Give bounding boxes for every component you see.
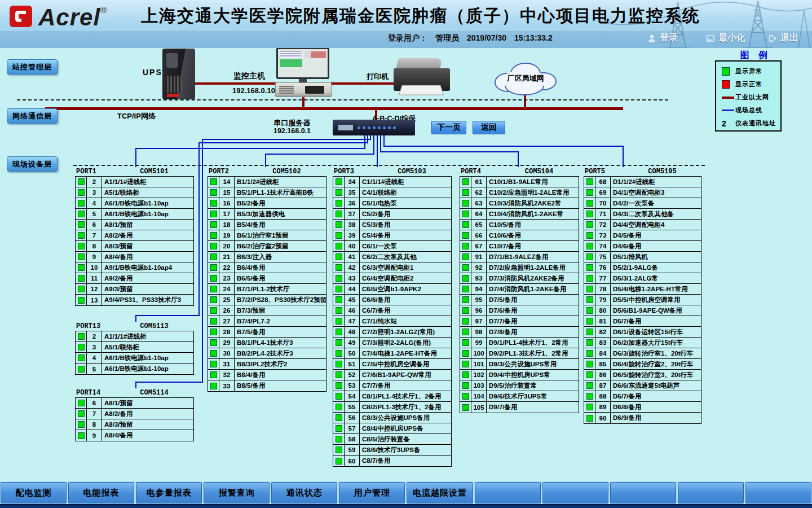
device-row[interactable]: 44C6/5/空调b1-9APK2 — [333, 284, 451, 295]
device-row[interactable]: 6A8/1/预留 — [76, 398, 193, 409]
nav-button[interactable]: 电能报表 — [68, 482, 134, 503]
nav-button[interactable]: 通讯状态 — [271, 482, 337, 503]
device-row[interactable]: 48C7/2/照明1-2ALGZ(常用) — [333, 327, 451, 338]
device-row[interactable]: 47C7/1/纯水站 — [333, 316, 451, 327]
device-row[interactable]: 53C7/7/备用 — [333, 380, 451, 391]
nav-button[interactable] — [475, 482, 541, 503]
device-row[interactable]: 92D7/2/应急照明1-2ALE备用 — [460, 262, 579, 273]
device-row[interactable]: 105D9/7/备用 — [460, 402, 579, 413]
device-row[interactable]: 70D4/2/一次泵备 — [584, 198, 701, 209]
device-row[interactable]: 79D5/5/中控机房空调常用 — [584, 295, 701, 305]
device-row[interactable]: 31B8/3/PL2技术厅2 — [208, 359, 326, 370]
device-row[interactable]: 32B8/4/备用 — [208, 370, 326, 380]
device-row[interactable]: 14B1/1/2#进线柜 — [208, 177, 326, 187]
device-row[interactable]: 101D9/3/公共设施UPS常用 — [460, 359, 579, 370]
device-row[interactable]: 19B6/1/治疗室1预留 — [208, 230, 326, 241]
device-row[interactable]: 78D5/4/电梯1-2APE-HT常用 — [584, 284, 701, 295]
device-row[interactable]: 100D9/2/PL1-3技术厅1、2常用 — [460, 348, 579, 359]
device-row[interactable]: 97D7/7/备用 — [460, 316, 579, 327]
nav-button[interactable] — [542, 482, 608, 503]
device-row[interactable]: 9A8/4/备用 — [76, 252, 193, 262]
device-row[interactable]: 5A6/1/B铁电源b1-10ap — [76, 209, 193, 220]
device-row[interactable]: 80D5/6/B1-9APE-QW备用 — [584, 305, 701, 316]
device-row[interactable]: 7A8/2/备用 — [76, 409, 193, 419]
device-row[interactable]: 41C6/2/二次泵及其他 — [333, 252, 451, 262]
device-row[interactable]: 96D7/6/备用 — [460, 305, 579, 316]
device-row[interactable]: 9A8/4/备用 — [76, 430, 193, 441]
device-row[interactable]: 56C8/3/公共设施UPS备用 — [333, 413, 451, 423]
device-row[interactable]: 66C10/6/备用 — [460, 230, 579, 241]
device-row[interactable]: 40C6/1/一次泵 — [333, 241, 451, 252]
next-page-button[interactable]: 下一页 — [431, 121, 466, 134]
device-row[interactable]: 76D5/2/1-9ALG备 — [584, 262, 701, 273]
device-row[interactable]: 72D4/4/空调配电柜4 — [584, 220, 701, 230]
device-row[interactable]: 23B6/5/备用 — [208, 273, 326, 284]
device-row[interactable]: 62C10/2/应急照明1-2ALE常用 — [460, 187, 579, 198]
device-row[interactable]: 42C6/3/空调配电柜1 — [333, 262, 451, 273]
device-row[interactable]: 2A1/1/1#进线柜 — [76, 331, 193, 342]
device-row[interactable]: 88D6/7/备用 — [584, 391, 701, 402]
device-row[interactable]: 29B8/1/PL4-1技术厅3 — [208, 338, 326, 348]
device-row[interactable]: 87D6/6/东流通道5t电葫芦 — [584, 380, 701, 391]
device-row[interactable]: 8A8/3/预留 — [76, 419, 193, 430]
device-row[interactable]: 91D7/1/B1-9ALEZ备用 — [460, 252, 579, 262]
device-row[interactable]: 26B7/3/预留 — [208, 305, 326, 316]
device-row[interactable]: 36C5/1/电热泵 — [333, 198, 451, 209]
device-row[interactable]: 55C8/2/PL1-3技术厅1、2备用 — [333, 402, 451, 413]
device-row[interactable]: 67C10/7/备用 — [460, 241, 579, 252]
device-row[interactable]: 22B6/4/备用 — [208, 262, 326, 273]
device-row[interactable]: 104D9/6/技术厅3UPS常 — [460, 391, 579, 402]
device-row[interactable]: 57C8/4/中控机房UPS备 — [333, 423, 451, 434]
device-row[interactable]: 58C8/5/治疗装置备 — [333, 434, 451, 445]
device-row[interactable]: 4A6/1/B铁电源b1-10ap — [76, 353, 193, 364]
device-row[interactable]: 89D6/8/备用 — [584, 402, 701, 413]
device-row[interactable]: 35C4/1/联络柜 — [333, 187, 451, 198]
minimize-button[interactable]: 最小化 — [706, 32, 745, 44]
device-row[interactable]: 5A6/1/B铁电源b1-10ap — [76, 364, 193, 374]
device-row[interactable]: 13A9/4/PS31、PS33技术厅3 — [76, 295, 193, 305]
login-button[interactable]: 登录 — [647, 32, 678, 44]
device-row[interactable]: 90D6/9/备用 — [584, 413, 701, 423]
device-row[interactable]: 50C7/4/电梯1-2APE-HT备用 — [333, 348, 451, 359]
device-row[interactable]: 93D7/3/消防风机2AKE2备用 — [460, 273, 579, 284]
device-row[interactable]: 85D6/4/旋转治疗室2、20t行车 — [584, 359, 701, 370]
device-row[interactable]: 54C8/1/PL1-4技术厅1、2备用 — [333, 391, 451, 402]
device-row[interactable]: 84D6/3/旋转治疗室1、20t行车 — [584, 348, 701, 359]
device-row[interactable]: 71D4/3/二次泵及其他备 — [584, 209, 701, 220]
device-row[interactable]: 95D7/5/备用 — [460, 295, 579, 305]
device-row[interactable]: 17B5/3/加速器供电 — [208, 209, 326, 220]
device-row[interactable]: 8A8/3/预留 — [76, 241, 193, 252]
device-row[interactable]: 63C10/3/消防风机2AKE2常 — [460, 198, 579, 209]
device-row[interactable]: 52C7/6/B1-9APE-QW常用 — [333, 370, 451, 380]
nav-button[interactable] — [678, 482, 744, 503]
device-row[interactable]: 24B7/1/PL1-2技术厅 — [208, 284, 326, 295]
device-row[interactable]: 38C5/3/备用 — [333, 220, 451, 230]
device-row[interactable]: 30B8/2/PL4-2技术厅3 — [208, 348, 326, 359]
device-row[interactable]: 27B7/4/PL7-2 — [208, 316, 326, 327]
device-row[interactable]: 37C5/2/备用 — [333, 209, 451, 220]
device-row[interactable]: 21B6/3/注入器 — [208, 252, 326, 262]
device-row[interactable]: 75D5/1/排风机 — [584, 252, 701, 262]
device-row[interactable]: 15B5/1/PL1-1技术厅高能B铁 — [208, 187, 326, 198]
nav-button[interactable]: 电流越限设置 — [407, 482, 473, 503]
nav-button[interactable] — [745, 482, 811, 503]
device-row[interactable]: 69D4/1/空调配电柜3 — [584, 187, 701, 198]
device-row[interactable]: 86D6/5/旋转治疗室3、20t行车 — [584, 370, 701, 380]
device-row[interactable]: 46C6/7/备用 — [333, 305, 451, 316]
device-row[interactable]: 81D5/7/备用 — [584, 316, 701, 327]
device-row[interactable]: 99D9/1/PL1-4技术厅1、2常用 — [460, 338, 579, 348]
device-row[interactable]: 82D6/1/设备运转区15t行车 — [584, 327, 701, 338]
device-row[interactable]: 64C10/4/消防风机1-2AKE常 — [460, 209, 579, 220]
device-row[interactable]: 3A5/1/联络柜 — [76, 342, 193, 353]
device-row[interactable]: 98D7/8/备用 — [460, 327, 579, 338]
device-row[interactable]: 77D5/3/1-2ALG常 — [584, 273, 701, 284]
device-row[interactable]: 45C6/6/备用 — [333, 295, 451, 305]
device-row[interactable]: 83D6/2/加速器大厅15t行车 — [584, 338, 701, 348]
device-row[interactable]: 3A5/1/联络柜 — [76, 187, 193, 198]
device-row[interactable]: 73D4/5/备用 — [584, 230, 701, 241]
device-row[interactable]: 12A9/3/预留 — [76, 284, 193, 295]
device-row[interactable]: 68D1/1/2#进线柜 — [584, 177, 701, 187]
device-row[interactable]: 2A1/1/1#进线柜 — [76, 177, 193, 187]
device-row[interactable]: 28B7/5/备用 — [208, 327, 326, 338]
device-row[interactable]: 61C10/1/B1-9ALE常用 — [460, 177, 579, 187]
